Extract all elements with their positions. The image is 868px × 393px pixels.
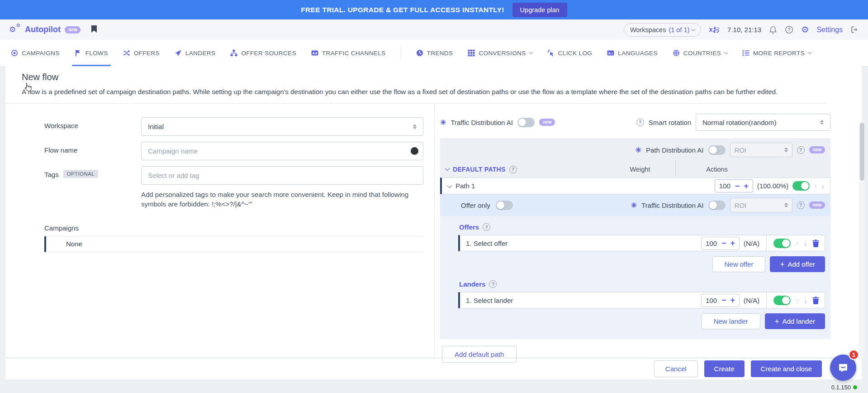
offer-row: 1. Select offer 100 − + (N/A) ↑ ↓	[458, 235, 825, 251]
landers-section-title: Landers	[459, 280, 485, 288]
add-lander-button[interactable]: Add lander	[765, 313, 825, 329]
smart-rotation-help-icon[interactable]: ?	[636, 119, 644, 126]
offer-weight-input[interactable]: 100	[706, 240, 717, 247]
offer-enabled-toggle[interactable]	[773, 239, 791, 248]
offer-only-toggle[interactable]	[496, 201, 513, 210]
nav-item-more-reports[interactable]: MORE REPORTS	[742, 40, 811, 66]
ai-icon: ✳	[631, 201, 637, 210]
move-down-icon[interactable]: ↓	[821, 182, 825, 189]
path-traffic-ai-toggle[interactable]	[708, 201, 726, 210]
smart-rotation-select[interactable]: Normal rotation(random)	[696, 114, 830, 131]
lander-select-label[interactable]: 1. Select lander	[466, 297, 513, 304]
offers-help-icon[interactable]: ?	[483, 223, 490, 231]
nav-item-offers[interactable]: OFFERS	[123, 40, 160, 66]
nav-item-conversions[interactable]: CONVERSIONS	[468, 40, 532, 66]
scrollbar-thumb[interactable]	[860, 123, 864, 181]
nav-item-traffic-channels[interactable]: AdTRAFFIC CHANNELS	[311, 40, 386, 66]
add-offer-button[interactable]: Add offer	[770, 256, 825, 272]
logout-icon[interactable]	[850, 25, 859, 34]
minus-button[interactable]: −	[735, 182, 740, 190]
nav-item-label: TRAFFIC CHANNELS	[322, 50, 386, 57]
plus-button[interactable]: +	[744, 182, 749, 190]
tags-placeholder: Select or add tag	[148, 172, 199, 179]
nav-item-landers[interactable]: LANDERS	[175, 40, 216, 66]
path-enabled-toggle[interactable]	[792, 181, 810, 191]
path-ai-help-icon[interactable]: ?	[797, 146, 805, 154]
traffic-distribution-ai-toggle[interactable]	[517, 118, 535, 127]
new-badge: new	[539, 119, 555, 126]
select-caret-icon	[784, 203, 788, 207]
settings-link[interactable]: Settings	[816, 26, 843, 34]
tags-input[interactable]: Select or add tag	[141, 166, 423, 185]
move-up-icon[interactable]: ↑	[796, 297, 799, 304]
new-lander-button[interactable]: New lander	[702, 313, 760, 329]
globe-icon	[673, 49, 680, 57]
workspace-select-value: Initial	[148, 123, 164, 130]
move-down-icon[interactable]: ↓	[804, 297, 808, 304]
plus-button[interactable]: +	[730, 239, 735, 247]
svg-text:a: a	[611, 52, 613, 55]
workspaces-dropdown[interactable]: Workspaces (1 of 1)	[624, 23, 701, 37]
offer-select-label[interactable]: 1. Select offer	[466, 240, 508, 247]
autopilot-cogs-icon	[9, 24, 21, 35]
default-paths-header[interactable]: DEFAULT PATHS ?	[446, 166, 517, 173]
path-traffic-roi-select[interactable]: ROI	[730, 198, 792, 212]
offers-section-title: Offers	[459, 223, 479, 231]
new-offer-button[interactable]: New offer	[712, 256, 766, 272]
create-and-close-button[interactable]: Create and close	[751, 360, 822, 377]
chevron-down-icon[interactable]	[447, 183, 452, 188]
ai-icon: ✳	[440, 118, 446, 127]
nav-item-click-log[interactable]: CLICK LOG	[547, 40, 593, 66]
cancel-button[interactable]: Cancel	[654, 360, 698, 377]
upgrade-plan-button[interactable]: Upgrade plan	[512, 3, 567, 17]
new-badge: new	[809, 146, 825, 153]
traffic-ai-help-icon[interactable]: ?	[797, 201, 805, 209]
workspace-select[interactable]: Initial	[141, 117, 423, 136]
nav-item-label: CONVERSIONS	[479, 50, 526, 57]
move-up-icon[interactable]: ↑	[814, 182, 817, 189]
svg-text:Ad: Ad	[312, 51, 317, 55]
paper-plane-icon	[175, 49, 182, 57]
chat-unread-badge: 1	[849, 350, 859, 360]
bell-icon[interactable]	[769, 26, 777, 34]
lander-enabled-toggle[interactable]	[773, 296, 791, 305]
new-badge: new	[809, 201, 825, 209]
create-button[interactable]: Create	[704, 360, 745, 377]
page-description: A flow is a predefined set of campaign d…	[5, 82, 826, 104]
delete-lander-icon[interactable]	[812, 297, 819, 304]
nav-item-languages[interactable]: AaLANGUAGES	[607, 40, 658, 66]
plus-button[interactable]: +	[730, 296, 735, 304]
path-roi-select[interactable]: ROI	[730, 143, 792, 157]
translate-icon[interactable]	[709, 25, 720, 34]
offer-weight-percent: (N/A)	[744, 240, 759, 247]
select-caret-icon	[820, 120, 824, 125]
path-weight-input[interactable]: 100	[719, 182, 731, 190]
smart-rotation-value: Normal rotation(random)	[702, 119, 776, 126]
path-name: Path 1	[455, 182, 475, 190]
nav-item-trends[interactable]: TRENDS	[416, 40, 453, 66]
nav-item-offer-sources[interactable]: OFFER SOURCES	[230, 40, 296, 66]
new-flow-panel: New flow A flow is a predefined set of c…	[5, 66, 862, 379]
translate-box-icon: Aa	[607, 49, 614, 57]
flow-name-input[interactable]: Campaign name	[141, 142, 423, 160]
move-up-icon[interactable]: ↑	[796, 240, 799, 247]
nav-item-countries[interactable]: COUNTRIES	[673, 40, 727, 66]
default-paths-help-icon[interactable]: ?	[509, 166, 517, 173]
move-down-icon[interactable]: ↓	[804, 240, 808, 247]
nav-item-campaigns[interactable]: CAMPAIGNS	[11, 40, 60, 66]
clock-icon	[416, 49, 423, 57]
path-distribution-ai-toggle[interactable]	[708, 145, 726, 155]
brand: Autopilot new	[9, 24, 97, 35]
trial-banner-text: FREE TRIAL. UPGRADE & GET FULL ACCESS IN…	[301, 6, 504, 14]
gear-icon[interactable]: ⚙	[801, 25, 809, 34]
landers-help-icon[interactable]: ?	[489, 280, 497, 288]
minus-button[interactable]: −	[721, 239, 726, 247]
brand-name[interactable]: Autopilot	[25, 25, 61, 34]
minus-button[interactable]: −	[721, 296, 726, 304]
lander-weight-input[interactable]: 100	[706, 297, 717, 304]
help-icon[interactable]: ?	[785, 25, 793, 34]
nav-item-flows[interactable]: FLOWS	[75, 40, 108, 66]
version-number: 0.1.150	[831, 384, 851, 391]
bookmark-icon[interactable]	[91, 25, 97, 35]
delete-offer-icon[interactable]	[812, 240, 819, 247]
